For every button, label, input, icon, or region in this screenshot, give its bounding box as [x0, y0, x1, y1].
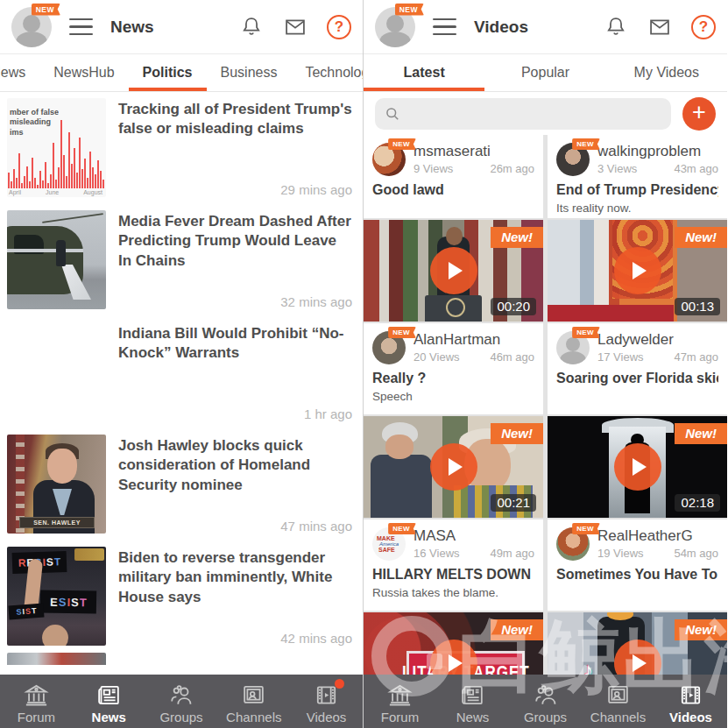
- article-thumb-partial: [7, 653, 106, 665]
- tab-politics[interactable]: Politics: [129, 54, 207, 91]
- video-title[interactable]: HILLARY MELTS DOWN L...: [372, 567, 534, 583]
- nav-news[interactable]: News: [73, 675, 145, 728]
- uploader-name[interactable]: RealHeatherG: [597, 527, 718, 545]
- uploader-name[interactable]: walkingproblem: [597, 143, 718, 160]
- news-screen: NEW News ? Top News NewsHub Politics Bus…: [0, 0, 364, 728]
- help-icon[interactable]: ?: [327, 15, 351, 39]
- tab-latest[interactable]: Latest: [364, 54, 484, 91]
- news-icon: [95, 682, 123, 709]
- article-thumb-empty: [7, 322, 106, 421]
- menu-icon[interactable]: [69, 18, 93, 36]
- video-card-realheatherg[interactable]: NEW RealHeatherG 19 Views 54m ago Someti…: [548, 519, 727, 611]
- video-title[interactable]: Really ?: [372, 371, 534, 386]
- article-headline[interactable]: Josh Hawley blocks quick consideration o…: [118, 436, 352, 495]
- video-title[interactable]: Sometimes You Have To L...: [556, 567, 718, 583]
- videos-icon: [313, 682, 340, 709]
- nav-channels[interactable]: Channels: [217, 675, 290, 728]
- article-row-indiana-bill[interactable]: Indiana Bill Would Prohibit “No-Knock” W…: [0, 316, 363, 428]
- upload-time: 54m ago: [674, 547, 718, 560]
- tab-popular[interactable]: Popular: [484, 54, 605, 91]
- video-thumbnail-florida[interactable]: New! 00:13: [548, 220, 727, 322]
- video-thumbnail-clintons[interactable]: New! 00:21: [364, 416, 543, 518]
- article-headline[interactable]: Biden to reverse transgender military ba…: [118, 548, 352, 607]
- video-title[interactable]: End of Trump Presidency -...: [556, 182, 718, 198]
- video-thumbnail-whitehouse[interactable]: New! 02:18: [548, 416, 727, 518]
- video-thumbnail-speech[interactable]: New! 00:20: [364, 220, 543, 322]
- video-card-masa[interactable]: MAKE America SAFE NEW MASA 16 Views 49m …: [364, 519, 543, 611]
- page-title: Videos: [474, 18, 528, 37]
- uploader-name[interactable]: msmaserati: [413, 143, 534, 160]
- upload-time: 49m ago: [490, 547, 534, 560]
- video-title[interactable]: Good lawd: [372, 182, 534, 198]
- article-timestamp: 47 mins ago: [118, 519, 352, 535]
- upload-time: 26m ago: [490, 162, 534, 175]
- uploader-name[interactable]: Ladywelder: [597, 331, 718, 349]
- video-card-walkingproblem[interactable]: NEW walkingproblem 3 Views 43m ago End o…: [548, 135, 727, 218]
- view-count: 17 Views: [597, 350, 644, 364]
- article-headline[interactable]: Tracking all of President Trump's false …: [118, 100, 352, 139]
- help-icon[interactable]: ?: [691, 15, 716, 39]
- bell-icon[interactable]: [604, 15, 628, 39]
- play-icon[interactable]: [430, 443, 477, 491]
- bell-icon[interactable]: [239, 15, 264, 39]
- nav-forum[interactable]: Forum: [0, 675, 73, 728]
- tab-my-videos[interactable]: My Videos: [606, 54, 727, 91]
- notification-dot: [335, 679, 344, 689]
- news-icon: [459, 682, 486, 709]
- avatar-new-badge: NEW: [572, 138, 600, 150]
- article-timestamp: 29 mins ago: [118, 182, 352, 199]
- article-thumb-hawley: SEN. HAWLEY: [7, 435, 106, 534]
- uploader-name[interactable]: MASA: [413, 527, 534, 545]
- article-thumb-chart: mber of false misleading ims April June …: [7, 98, 106, 197]
- article-row-trump-claims[interactable]: mber of false misleading ims April June …: [0, 92, 363, 204]
- play-icon[interactable]: [614, 247, 661, 294]
- search-input[interactable]: [408, 106, 662, 121]
- menu-icon[interactable]: [433, 18, 456, 36]
- videos-tab-bar: Latest Popular My Videos: [364, 54, 727, 92]
- nameplate: SEN. HAWLEY: [19, 517, 95, 528]
- view-count: 20 Views: [413, 350, 460, 364]
- upload-time: 43m ago: [674, 162, 718, 175]
- nav-news[interactable]: News: [436, 675, 509, 728]
- article-headline[interactable]: Indiana Bill Would Prohibit “No-Knock” W…: [118, 324, 352, 364]
- nav-videos[interactable]: Videos: [654, 675, 727, 728]
- mail-icon[interactable]: [283, 15, 307, 39]
- nav-channels[interactable]: Channels: [582, 675, 654, 728]
- nav-videos[interactable]: Videos: [290, 675, 363, 728]
- view-count: 3 Views: [597, 162, 637, 175]
- profile-avatar[interactable]: NEW: [375, 7, 415, 47]
- video-description: Russia takes the blame.: [372, 585, 534, 601]
- article-row-hawley[interactable]: SEN. HAWLEY Josh Hawley blocks quick con…: [0, 428, 363, 541]
- dual-screen-app: NEW News ? Top News NewsHub Politics Bus…: [0, 0, 728, 728]
- tab-business[interactable]: Business: [207, 54, 292, 91]
- video-card-alanhartman[interactable]: NEW AlanHartman 20 Views 46m ago Really …: [364, 323, 543, 414]
- nav-groups[interactable]: Groups: [509, 675, 582, 728]
- nav-forum[interactable]: Forum: [364, 675, 436, 728]
- avatar-new-badge: NEW: [388, 523, 416, 534]
- tab-newshub[interactable]: NewsHub: [39, 54, 128, 91]
- new-video-badge: New!: [491, 619, 543, 640]
- profile-avatar[interactable]: NEW: [11, 7, 52, 47]
- article-headline[interactable]: Media Fever Dream Dashed After Predictin…: [118, 212, 352, 271]
- tab-technology[interactable]: Technology: [291, 54, 363, 91]
- new-video-badge: New!: [675, 619, 727, 640]
- news-tab-bar: Top News NewsHub Politics Business Techn…: [0, 54, 363, 92]
- add-video-button[interactable]: +: [682, 97, 716, 131]
- uploader-name[interactable]: AlanHartman: [413, 331, 534, 349]
- video-duration: 00:13: [675, 298, 720, 315]
- nav-groups[interactable]: Groups: [145, 675, 218, 728]
- video-card-ladywelder[interactable]: NEW Ladywelder 17 Views 47m ago Soaring …: [548, 323, 727, 414]
- tab-top-news[interactable]: Top News: [0, 54, 39, 91]
- play-icon[interactable]: [430, 247, 477, 294]
- mail-icon[interactable]: [647, 15, 672, 39]
- play-icon[interactable]: [614, 443, 661, 491]
- video-card-msmaserati[interactable]: NEW msmaserati 9 Views 26m ago Good lawd: [364, 135, 543, 218]
- avatar-new-badge: NEW: [572, 523, 600, 534]
- video-title[interactable]: Soaring over Florida skies...: [556, 371, 718, 386]
- avatar-new-badge: NEW: [572, 327, 600, 338]
- article-row-biden-ban[interactable]: RESIST ESIST SIST Biden to reverse trans…: [0, 541, 363, 653]
- article-row-media-fever[interactable]: Media Fever Dream Dashed After Predictin…: [0, 204, 363, 316]
- search-bar[interactable]: [375, 98, 671, 130]
- article-thumb-helicopter: [7, 210, 106, 309]
- article-list: mber of false misleading ims April June …: [0, 92, 363, 665]
